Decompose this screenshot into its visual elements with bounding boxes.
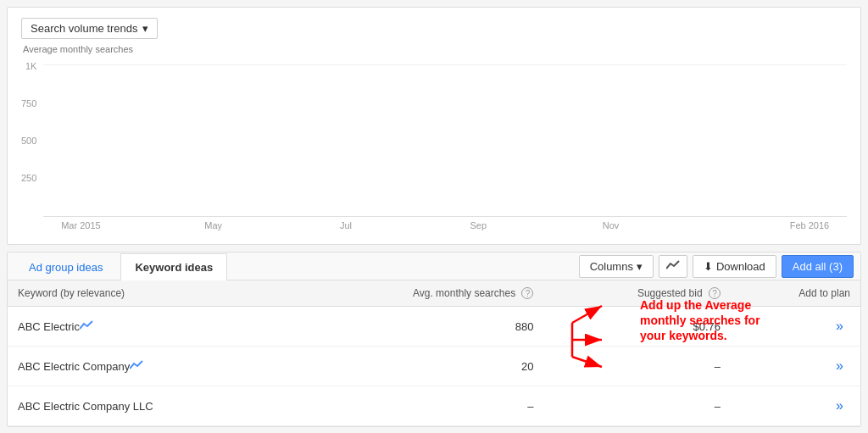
- download-icon: ⬇: [704, 260, 713, 273]
- tabs-toolbar: Ad group ideas Keyword ideas Columns ▾ ⬇…: [8, 253, 860, 280]
- columns-label: Columns: [590, 260, 633, 273]
- y-label-250: 250: [21, 173, 36, 183]
- x-label-5: [383, 220, 441, 230]
- download-label: Download: [716, 260, 765, 273]
- x-label-10: [715, 220, 772, 230]
- table-header-row: Keyword (by relevance) Avg. monthly sear…: [8, 280, 860, 307]
- y-label-750: 750: [21, 98, 36, 108]
- chevron-down-icon: [142, 22, 148, 35]
- tab-ad-group-ideas[interactable]: Ad group ideas: [14, 253, 117, 280]
- table-row: ABC Electric880$0.76»: [8, 307, 860, 347]
- avg-searches-cell: 20: [289, 347, 544, 386]
- x-label-11: Feb 2016: [781, 220, 838, 230]
- x-label-9: [648, 220, 706, 230]
- x-label-1: [119, 220, 176, 230]
- keyword-text: ABC Electric Company: [18, 360, 130, 373]
- suggested-bid-cell: –: [543, 347, 730, 386]
- add-to-plan-cell: »: [731, 386, 860, 426]
- table-row: ABC Electric Company20–»: [8, 347, 860, 386]
- col-avg-searches: Avg. monthly searches ?: [289, 280, 544, 307]
- suggested-bid-cell: –: [543, 386, 730, 426]
- y-axis: 1K 750 500 250: [21, 61, 36, 214]
- tab-keyword-ideas[interactable]: Keyword ideas: [120, 253, 227, 280]
- x-label-2: May: [185, 220, 242, 230]
- add-to-plan-cell: »: [731, 307, 860, 347]
- add-to-plan-button[interactable]: »: [829, 355, 850, 377]
- table-wrapper: Keyword (by relevance) Avg. monthly sear…: [8, 280, 860, 426]
- add-to-plan-button[interactable]: »: [829, 395, 850, 417]
- chart-title-label: Search volume trends: [31, 22, 137, 35]
- suggested-bid-info-icon[interactable]: ?: [709, 287, 721, 299]
- tabs-section: Ad group ideas Keyword ideas Columns ▾ ⬇…: [7, 252, 861, 427]
- keyword-cell: ABC Electric Company LLC: [8, 386, 289, 426]
- keyword-text: ABC Electric: [18, 320, 80, 333]
- table-body: ABC Electric880$0.76»ABC Electric Compan…: [8, 307, 860, 426]
- y-label-1k: 1K: [21, 61, 36, 71]
- table-row: ABC Electric Company LLC––»: [8, 386, 860, 426]
- col-suggested-bid: Suggested bid ?: [543, 280, 730, 307]
- col-add-to-plan: Add to plan: [731, 280, 860, 307]
- avg-searches-cell: –: [289, 386, 544, 426]
- add-all-label: Add all (3): [793, 260, 843, 273]
- chart-subtitle: Average monthly searches: [23, 44, 847, 54]
- chart-header: Search volume trends Average monthly sea…: [21, 18, 847, 54]
- x-label-4: Jul: [317, 220, 375, 230]
- add-all-button[interactable]: Add all (3): [782, 255, 854, 278]
- bars-container: [43, 64, 847, 217]
- keywords-table: Keyword (by relevance) Avg. monthly sear…: [8, 280, 860, 426]
- add-to-plan-button[interactable]: »: [829, 315, 850, 337]
- trend-chart-icon: [666, 260, 680, 270]
- suggested-bid-cell: $0.76: [543, 307, 730, 347]
- keyword-cell: ABC Electric Company: [8, 347, 289, 386]
- trend-icon[interactable]: [130, 360, 143, 373]
- toolbar-right: Columns ▾ ⬇ Download Add all (3): [579, 255, 854, 278]
- chart-title-button[interactable]: Search volume trends: [21, 18, 158, 39]
- x-label-8: Nov: [581, 220, 639, 230]
- add-to-plan-cell: »: [731, 347, 860, 386]
- download-button[interactable]: ⬇ Download: [693, 255, 776, 278]
- trend-icon[interactable]: [80, 320, 93, 333]
- columns-button[interactable]: Columns ▾: [579, 255, 654, 278]
- x-labels: Mar 2015MayJulSepNovFeb 2016: [43, 217, 847, 230]
- x-label-6: Sep: [449, 220, 507, 230]
- avg-searches-cell: 880: [289, 307, 544, 347]
- keyword-cell: ABC Electric: [8, 307, 289, 347]
- chart-content: Mar 2015MayJulSepNovFeb 2016: [43, 64, 847, 230]
- x-label-0: Mar 2015: [52, 220, 109, 230]
- y-label-500: 500: [21, 136, 36, 146]
- keyword-text: ABC Electric Company LLC: [18, 400, 153, 413]
- chart-section: Search volume trends Average monthly sea…: [7, 7, 861, 245]
- avg-searches-info-icon[interactable]: ?: [521, 287, 533, 299]
- chevron-down-icon: ▾: [637, 260, 643, 273]
- x-label-7: [515, 220, 573, 230]
- col-keyword: Keyword (by relevance): [8, 280, 289, 307]
- chart-icon-button[interactable]: [659, 255, 687, 278]
- chart-area: 1K 750 500 250 Mar 2015MayJulSepNovFeb 2…: [21, 61, 847, 230]
- x-label-3: [251, 220, 309, 230]
